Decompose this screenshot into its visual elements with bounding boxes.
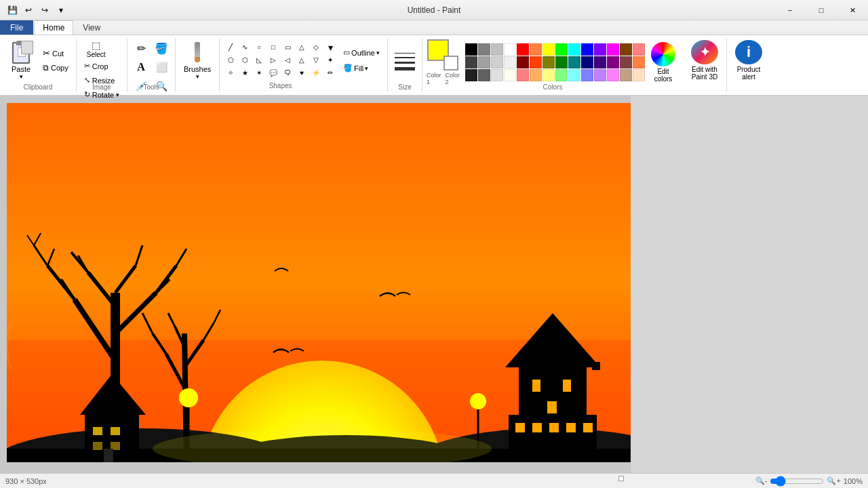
select-button[interactable]: ⬚ Select <box>81 39 112 58</box>
save-icon[interactable]: 💾 <box>5 3 19 17</box>
color-swatch-20[interactable] <box>542 56 555 68</box>
product-alert-button[interactable]: i Product alert <box>731 40 766 81</box>
color-swatch-3[interactable] <box>504 43 516 56</box>
edit-paint3d-button[interactable]: ✦ Edit with Paint 3D <box>687 40 722 81</box>
color-swatch-18[interactable] <box>517 56 529 68</box>
color-swatch-2[interactable] <box>491 43 503 56</box>
tab-view[interactable]: View <box>74 20 109 35</box>
shape-star4[interactable]: ✧ <box>224 67 237 79</box>
color-swatch-16[interactable] <box>491 56 503 68</box>
shape-callout1[interactable]: 💬 <box>267 67 280 79</box>
shape-curve[interactable]: ∿ <box>238 41 252 54</box>
color-swatch-26[interactable] <box>620 56 632 68</box>
color-swatch-34[interactable] <box>542 69 555 81</box>
color-swatch-12[interactable] <box>620 43 632 56</box>
color2-swatch[interactable] <box>443 56 458 70</box>
zoom-out-icon[interactable]: 🔍- <box>755 476 768 485</box>
color-swatch-25[interactable] <box>607 56 619 68</box>
shape-line[interactable]: ╱ <box>224 41 237 54</box>
color-swatch-11[interactable] <box>607 43 619 56</box>
customize-quick-access-icon[interactable]: ▾ <box>54 3 68 17</box>
tab-file[interactable]: File <box>0 20 33 35</box>
color-swatch-37[interactable] <box>581 69 593 81</box>
color-swatch-27[interactable] <box>633 56 645 68</box>
undo-icon[interactable]: ↩ <box>22 3 35 17</box>
size-line-4[interactable] <box>395 67 415 70</box>
shape-oval[interactable]: ○ <box>252 41 266 54</box>
size-line-3[interactable] <box>395 62 415 64</box>
color-swatch-32[interactable] <box>517 69 529 81</box>
pencil-tool[interactable]: ✏ <box>132 39 151 57</box>
minimize-button[interactable]: − <box>774 0 806 20</box>
color-swatch-22[interactable] <box>568 56 580 68</box>
color-swatch-33[interactable] <box>530 69 542 81</box>
color-swatch-28[interactable] <box>465 69 477 81</box>
shape-4arrow[interactable]: ✦ <box>323 54 337 66</box>
color-swatch-29[interactable] <box>478 69 490 81</box>
shape-diamond[interactable]: ◇ <box>309 41 323 54</box>
color-swatch-5[interactable] <box>530 43 542 56</box>
shape-star6[interactable]: ✶ <box>252 67 266 79</box>
color-swatch-39[interactable] <box>607 69 619 81</box>
color-swatch-14[interactable] <box>465 56 477 68</box>
color-swatch-6[interactable] <box>542 43 555 56</box>
color-swatch-1[interactable] <box>478 43 490 56</box>
copy-button[interactable]: ⧉ Copy <box>39 61 72 75</box>
edit-colors-button[interactable]: Edit colors <box>648 42 679 83</box>
color-swatch-7[interactable] <box>555 43 568 56</box>
shape-right-tri[interactable]: ◺ <box>252 54 266 66</box>
shape-triangle[interactable]: △ <box>295 41 309 54</box>
tab-home[interactable]: Home <box>34 20 73 35</box>
color-swatch-36[interactable] <box>568 69 580 81</box>
shape-heart[interactable]: ♥ <box>295 67 309 79</box>
shape-callout2[interactable]: 🗨 <box>281 67 294 79</box>
color-swatch-30[interactable] <box>491 69 503 81</box>
fill-dropdown[interactable]: 🪣 Fill ▾ <box>340 62 383 75</box>
shape-right-arrow[interactable]: ▷ <box>267 54 280 66</box>
zoom-slider[interactable] <box>770 476 824 487</box>
shape-up-arrow[interactable]: △ <box>295 54 309 66</box>
color-swatch-0[interactable] <box>465 43 477 56</box>
close-button[interactable]: ✕ <box>837 0 868 20</box>
color-swatch-9[interactable] <box>581 43 593 56</box>
cut-button[interactable]: ✂ Cut <box>39 46 72 60</box>
outline-dropdown[interactable]: ▭ Outline ▾ <box>340 46 383 59</box>
color-swatch-38[interactable] <box>594 69 606 81</box>
color-swatch-21[interactable] <box>555 56 568 68</box>
crop-button[interactable]: ✂ Crop <box>81 60 123 73</box>
eraser-tool[interactable]: ⬜ <box>152 58 171 76</box>
size-line-2[interactable] <box>395 57 415 58</box>
size-line-1[interactable] <box>395 53 415 54</box>
color-swatch-19[interactable] <box>530 56 542 68</box>
maximize-button[interactable]: □ <box>806 0 837 20</box>
color-swatch-8[interactable] <box>568 43 580 56</box>
color-swatch-4[interactable] <box>517 43 529 56</box>
color-swatch-31[interactable] <box>504 69 516 81</box>
color-swatch-24[interactable] <box>594 56 606 68</box>
color-swatch-13[interactable] <box>633 43 645 56</box>
color-swatch-15[interactable] <box>478 56 490 68</box>
color-swatch-40[interactable] <box>620 69 632 81</box>
paste-button[interactable]: Paste ▾ <box>4 40 38 81</box>
shape-star5[interactable]: ★ <box>238 67 252 79</box>
shape-pentagon[interactable]: ⬠ <box>224 54 237 66</box>
shape-custom[interactable]: ✏ <box>323 67 337 79</box>
shape-left-arrow[interactable]: ◁ <box>281 54 294 66</box>
brushes-button[interactable]: Brushes ▾ <box>180 40 215 81</box>
paint-canvas[interactable] <box>7 103 631 462</box>
text-tool[interactable]: A <box>132 58 151 76</box>
shape-rect[interactable]: □ <box>267 41 280 54</box>
color-swatch-35[interactable] <box>555 69 568 81</box>
color-swatch-41[interactable] <box>633 69 645 81</box>
shape-hexagon[interactable]: ⬡ <box>238 54 252 66</box>
color-swatch-23[interactable] <box>581 56 593 68</box>
shape-rect2[interactable]: ▭ <box>281 41 294 54</box>
color-swatch-17[interactable] <box>504 56 516 68</box>
zoom-in-icon[interactable]: 🔍+ <box>827 476 840 485</box>
color-swatch-10[interactable] <box>594 43 606 56</box>
fill-tool[interactable]: 🪣 <box>152 39 171 57</box>
redo-icon[interactable]: ↪ <box>38 3 52 17</box>
shape-lightning[interactable]: ⚡ <box>309 67 323 79</box>
shapes-more[interactable]: ▾ <box>323 41 337 54</box>
shape-down-arrow[interactable]: ▽ <box>309 54 323 66</box>
